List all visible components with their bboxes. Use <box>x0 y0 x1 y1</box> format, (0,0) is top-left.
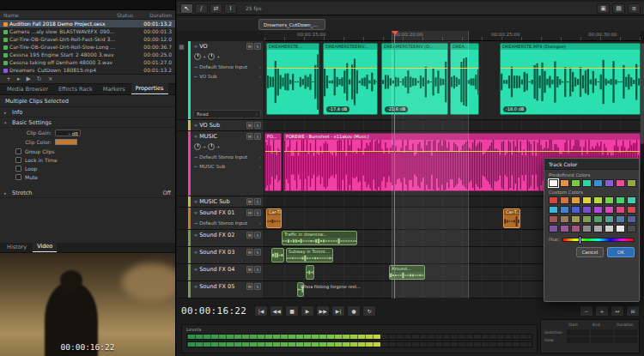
razor-tool[interactable]: / <box>195 3 208 14</box>
custom-color-swatch[interactable] <box>560 225 569 232</box>
drag-handle-icon[interactable]: ≡ <box>194 232 197 238</box>
drag-handle-icon[interactable]: ≡ <box>194 44 197 49</box>
custom-color-swatch[interactable] <box>627 215 636 223</box>
custom-color-swatch[interactable] <box>593 225 603 232</box>
track-header-sound-fx-03[interactable]: ≡ Sound FX 03 MS <box>177 247 264 263</box>
custom-color-swatch[interactable] <box>571 215 580 223</box>
solo-button[interactable]: S <box>254 249 261 256</box>
track-color-strip[interactable] <box>188 208 191 229</box>
stretch-section-toggle[interactable]: ▸ Stretch Off <box>0 188 175 198</box>
tab-properties[interactable]: Properties <box>131 83 168 94</box>
checkbox-mute[interactable]: Mute <box>0 172 175 181</box>
solo-button[interactable]: S <box>254 198 261 205</box>
delete-file-icon[interactable]: × <box>48 75 53 82</box>
custom-color-swatch[interactable] <box>593 206 603 214</box>
audio-clip[interactable]: Whoa fibbing forgone rest... <box>297 282 304 297</box>
custom-color-swatch[interactable] <box>571 196 580 204</box>
mute-button[interactable]: M <box>246 232 253 238</box>
tab-markers[interactable]: Markers <box>99 84 130 94</box>
file-row[interactable]: Audition Fall 2018 Demo Project.sesx 00:… <box>0 20 175 27</box>
clip-color-swatch[interactable] <box>55 139 77 145</box>
volume-envelope[interactable] <box>284 151 640 152</box>
custom-color-swatch[interactable] <box>549 196 558 204</box>
drag-handle-icon[interactable]: ≡ <box>194 199 197 204</box>
predefined-color-swatch[interactable] <box>582 179 592 187</box>
custom-color-swatch[interactable] <box>582 215 592 223</box>
checkbox-group-clips[interactable]: Group Clips <box>0 147 175 155</box>
clip-gain-badge[interactable]: -21.6 dB <box>385 106 408 112</box>
checkbox-lock-in-time[interactable]: Lock in Time <box>0 155 175 164</box>
mute-button[interactable]: M <box>246 266 253 273</box>
custom-color-swatch[interactable] <box>616 225 625 232</box>
loop-button[interactable]: ↻ <box>362 305 376 317</box>
menu-icon[interactable]: ≡ <box>628 3 641 14</box>
column-duration[interactable]: Duration <box>139 12 172 18</box>
volume-envelope[interactable] <box>451 68 478 69</box>
skip-to-start-button[interactable]: |◀ <box>254 305 268 317</box>
custom-color-swatch[interactable] <box>605 206 614 214</box>
custom-color-swatch[interactable] <box>605 225 614 232</box>
zoom-full-button[interactable]: ⊞ <box>626 305 640 317</box>
zoom-in-button[interactable]: + <box>595 305 609 317</box>
custom-color-swatch[interactable] <box>605 215 614 223</box>
selview-value[interactable] <box>615 329 637 335</box>
track-color-strip[interactable] <box>188 247 191 263</box>
drag-handle-icon[interactable]: ≡ <box>194 210 197 215</box>
info-section-toggle[interactable]: ▸ Info <box>0 107 175 118</box>
editor-file-tab[interactable]: Dreamers_CutDown_180815.mp4 <box>258 19 325 30</box>
custom-color-swatch[interactable] <box>560 206 569 214</box>
predefined-color-swatch[interactable] <box>549 179 558 187</box>
track-output-select[interactable]: ← MUSIC Sub› <box>191 161 264 171</box>
hue-slider-thumb[interactable] <box>579 236 581 244</box>
track-input-select[interactable]: → Default Stereo Input› <box>191 152 264 161</box>
track-input-select[interactable]: → Default Stereo Input› <box>191 62 264 71</box>
play-button[interactable]: ▶ <box>301 305 314 317</box>
custom-color-swatch[interactable] <box>627 225 636 232</box>
drag-handle-icon[interactable]: ≡ <box>194 267 197 272</box>
column-name[interactable]: Name <box>3 12 117 18</box>
selview-value[interactable] <box>591 329 613 335</box>
custom-color-swatch[interactable] <box>549 206 558 214</box>
mute-button[interactable]: M <box>246 283 253 290</box>
custom-color-swatch[interactable] <box>571 206 580 214</box>
pan-knob[interactable] <box>208 53 215 60</box>
file-row[interactable]: Camera ...aly slow_BLASTWAVEFX_09092 480… <box>0 27 175 35</box>
audio-clip[interactable]: Traffic in downtow... <box>282 231 357 245</box>
file-row[interactable]: Car-Tire-OB-Gravel-Dirt-Roll-Fast-Skid 3… <box>0 35 175 43</box>
audio-clip[interactable]: Car-T... <box>503 208 520 228</box>
custom-color-swatch[interactable] <box>605 196 614 204</box>
clip-gain-input[interactable]: – dB <box>55 130 81 136</box>
track-header-music[interactable]: ≡ MUSIC MS + + → Default Stereo Input› ←… <box>177 131 264 196</box>
custom-color-swatch[interactable] <box>582 196 592 204</box>
custom-color-swatch[interactable] <box>627 196 636 204</box>
custom-color-swatch[interactable] <box>582 206 592 214</box>
track-color-strip[interactable] <box>188 131 191 196</box>
track-header-sound-fx-02[interactable]: ≡ Sound FX 02 MS <box>177 230 264 246</box>
checkbox-loop[interactable]: Loop <box>0 164 175 172</box>
selview-value[interactable] <box>591 337 613 343</box>
pan-knob[interactable] <box>208 143 215 150</box>
cancel-button[interactable]: Cancel <box>576 247 604 257</box>
volume-knob[interactable] <box>194 53 201 60</box>
mixer-icon[interactable]: ▤ <box>612 3 625 14</box>
column-status[interactable]: Status <box>117 12 139 18</box>
custom-color-swatch[interactable] <box>593 196 603 204</box>
volume-knob[interactable] <box>194 143 201 150</box>
selview-value[interactable] <box>567 337 589 343</box>
custom-color-swatch[interactable] <box>616 215 625 223</box>
open-file-icon[interactable]: ▸ <box>17 75 21 82</box>
zoom-time-button[interactable]: ↔ <box>611 305 624 317</box>
timeline-ruler[interactable]: 00:00:15:0000:00:20:0000:00:25:0000:00:3… <box>264 31 641 41</box>
audio-clip[interactable]: DREAMERSTEERIV (D...-21.6 dB <box>381 43 448 115</box>
tab-video[interactable]: Video <box>33 241 57 252</box>
predefined-color-swatch[interactable] <box>571 179 580 187</box>
solo-button[interactable]: S <box>254 43 261 50</box>
solo-button[interactable]: S <box>254 266 261 273</box>
track-header-vo-sub[interactable]: ≡ VO Sub MS <box>177 120 264 130</box>
ok-button[interactable]: OK <box>607 247 635 257</box>
hue-slider[interactable] <box>562 238 635 242</box>
solo-button[interactable]: S <box>254 209 261 216</box>
custom-color-swatch[interactable] <box>549 215 558 223</box>
stop-button[interactable]: ■ <box>285 305 299 317</box>
track-color-strip[interactable] <box>188 230 191 246</box>
